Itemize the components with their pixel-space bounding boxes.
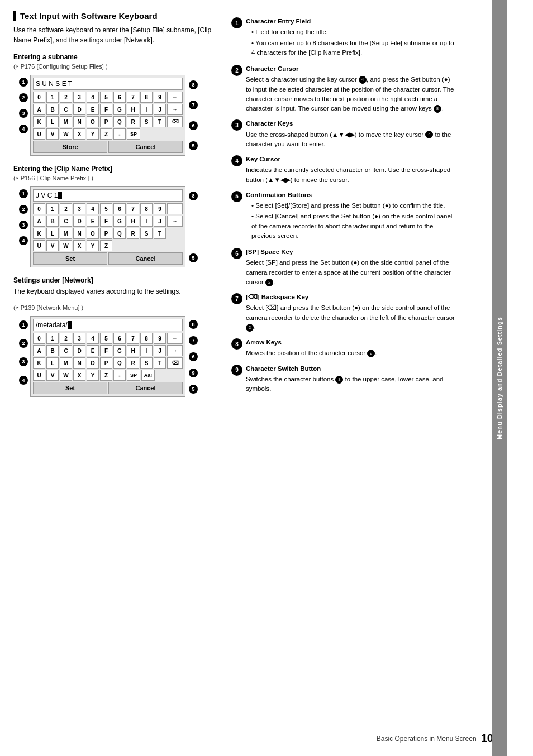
btn-set-clip[interactable]: Set <box>33 252 107 265</box>
key-B[interactable]: B <box>46 104 59 115</box>
key-dash[interactable]: - <box>113 128 126 140</box>
item-4-text: Indicates the currently selected charact… <box>246 165 455 185</box>
item-7-text: Select [⌫] and press the Set button (●) … <box>246 303 455 332</box>
item-8-text: Moves the position of the character curs… <box>246 348 377 358</box>
key-1[interactable]: 1 <box>46 92 59 103</box>
btn-cancel-network[interactable]: Cancel <box>108 382 183 394</box>
key-6[interactable]: 6 <box>113 92 126 103</box>
item-8: 8 Arrow Keys Moves the position of the c… <box>231 338 455 358</box>
input-text-network: /metadata/ <box>36 321 68 329</box>
text-input-network[interactable]: /metadata/ <box>33 319 183 331</box>
key-A[interactable]: A <box>33 104 45 115</box>
key-V[interactable]: V <box>46 128 59 140</box>
item-1-title: Character Entry Field <box>246 17 455 26</box>
item-2: 2 Character Cursor Select a character us… <box>231 64 455 113</box>
key-U[interactable]: U <box>33 128 45 140</box>
item-2-title: Character Cursor <box>246 64 455 74</box>
key-X[interactable]: X <box>73 128 85 140</box>
key-D[interactable]: D <box>73 104 85 115</box>
key-G[interactable]: G <box>113 104 126 115</box>
key-5[interactable]: 5 <box>100 92 112 103</box>
input-text: S U N S E T <box>36 80 72 88</box>
key-O[interactable]: O <box>87 116 99 127</box>
label-4c: 4 <box>19 376 28 385</box>
key-Y[interactable]: Y <box>87 128 99 140</box>
key-backspace[interactable]: ⌫ <box>167 116 183 127</box>
key-N[interactable]: N <box>73 116 85 127</box>
item-3: 3 Character Keys Use the cross-shaped bu… <box>231 119 455 149</box>
item-7-title: [⌫] Backspace Key <box>246 293 455 302</box>
key-0[interactable]: 0 <box>33 92 45 103</box>
btn-store[interactable]: Store <box>33 141 107 153</box>
key-Q[interactable]: Q <box>113 116 126 127</box>
key-H[interactable]: H <box>127 104 139 115</box>
item-3-text: Use the cross-shaped button (▲▼◀▶) to mo… <box>246 130 455 150</box>
label-7-right: 7 <box>189 101 198 109</box>
key-J[interactable]: J <box>154 104 166 115</box>
key-left-arrow[interactable]: ← <box>167 92 183 103</box>
item-5-title: Confirmation Buttons <box>246 190 455 200</box>
label-6-right: 6 <box>189 121 198 130</box>
label-8-right: 8 <box>189 80 198 89</box>
page-title: Text Input with Software Keyboard <box>13 11 215 21</box>
item-7: 7 [⌫] Backspace Key Select [⌫] and press… <box>231 293 455 332</box>
item-1: 1 Character Entry Field Field for enteri… <box>231 17 455 59</box>
key-right-arrow[interactable]: → <box>167 104 183 115</box>
btn-cancel-clip[interactable]: Cancel <box>108 252 183 265</box>
key-2[interactable]: 2 <box>60 92 72 103</box>
key-K[interactable]: K <box>33 116 45 127</box>
label-1b: 1 <box>19 189 28 198</box>
btn-cancel[interactable]: Cancel <box>108 141 183 153</box>
item-3-title: Character Keys <box>246 119 455 128</box>
key-P[interactable]: P <box>100 116 112 127</box>
key-R[interactable]: R <box>127 116 139 127</box>
keyboard-subname: S U N S E T 0 1 2 3 4 5 6 7 <box>30 75 185 156</box>
key-sp[interactable]: SP <box>127 128 140 140</box>
key-S[interactable]: S <box>140 116 153 127</box>
subname-section: Entering a subname (‣ P176 [Configuring … <box>13 53 215 156</box>
key-T[interactable]: T <box>154 116 166 127</box>
label-3b: 3 <box>19 221 28 229</box>
right-column: 1 Character Entry Field Field for enteri… <box>220 11 455 406</box>
item-2-text: Select a character using the key cursor … <box>246 75 455 113</box>
label-1: 1 <box>19 78 28 87</box>
footer-text: Basic Operations in Menu Screen <box>377 735 477 743</box>
item-5-bullets: Select [Set]/[Store] and press the Set b… <box>246 201 455 241</box>
key-4[interactable]: 4 <box>87 92 99 103</box>
key-L[interactable]: L <box>46 116 59 127</box>
clipname-ref: (‣ P156 [ Clip Name Prefix ] ) <box>13 175 215 182</box>
network-desc: The keyboard displayed varies according … <box>13 286 215 296</box>
intro-text: Use the software keyboard to enter the [… <box>13 25 215 45</box>
input-text-clip: J V C 1 <box>36 192 58 199</box>
key-7[interactable]: 7 <box>127 92 139 103</box>
page-footer: Basic Operations in Menu Screen 107 <box>377 732 499 745</box>
network-section: Settings under [Network] The keyboard di… <box>13 276 215 397</box>
key-9[interactable]: 9 <box>154 92 166 103</box>
key-I[interactable]: I <box>140 104 153 115</box>
item-6: 6 [SP] Space Key Select [SP] and press t… <box>231 247 455 287</box>
label-2b: 2 <box>19 205 28 214</box>
key-C[interactable]: C <box>60 104 72 115</box>
item-6-title: [SP] Space Key <box>246 247 455 257</box>
network-ref: (‣ P139 [Network Menu] ) <box>13 304 215 312</box>
btn-set-network[interactable]: Set <box>33 382 107 394</box>
clipname-section: Entering the [Clip Name Prefix] (‣ P156 … <box>13 165 215 267</box>
keyboard-network: /metadata/ 0 1 2 3 4 5 6 7 <box>30 316 185 397</box>
key-3[interactable]: 3 <box>73 92 85 103</box>
text-input-clipname[interactable]: J V C 1 <box>33 189 183 202</box>
label-3: 3 <box>19 109 28 118</box>
sidebar-tab: Menu Display and Detailed Settings <box>492 0 507 756</box>
key-W[interactable]: W <box>60 128 72 140</box>
item-1-bullets: Field for entering the title. You can en… <box>246 27 455 58</box>
label-3c: 3 <box>19 357 28 366</box>
key-Z[interactable]: Z <box>100 128 112 140</box>
label-5-right: 5 <box>189 141 198 150</box>
key-M[interactable]: M <box>60 116 72 127</box>
item-9-title: Character Switch Button <box>246 364 455 374</box>
item-6-text: Select [SP] and press the Set button (●)… <box>246 258 455 287</box>
text-input-subname[interactable]: S U N S E T <box>33 78 183 90</box>
key-F[interactable]: F <box>100 104 112 115</box>
key-8[interactable]: 8 <box>140 92 153 103</box>
item-8-title: Arrow Keys <box>246 338 377 347</box>
key-E[interactable]: E <box>87 104 99 115</box>
